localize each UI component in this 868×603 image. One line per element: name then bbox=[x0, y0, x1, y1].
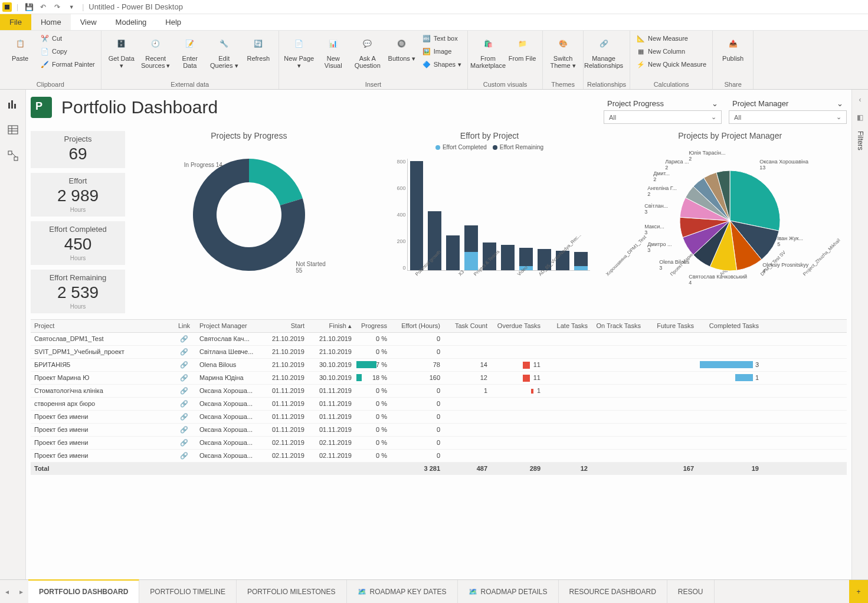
slicer-manager[interactable]: Project Manager⌄ All⌄ bbox=[729, 97, 847, 124]
link-icon[interactable]: 🔗 bbox=[180, 400, 188, 407]
tab-help[interactable]: Help bbox=[156, 14, 191, 30]
manage-relationships-button[interactable]: 🔗Manage Relationships bbox=[587, 32, 620, 71]
svg-rect-8 bbox=[14, 157, 18, 160]
switch-theme-button[interactable]: 🎨Switch Theme ▾ bbox=[546, 32, 579, 71]
add-page-button[interactable]: + bbox=[849, 580, 868, 603]
buttons-button[interactable]: 🔘Buttons ▾ bbox=[385, 32, 418, 64]
chevron-down-icon[interactable]: ⌄ bbox=[712, 99, 718, 108]
page-tab[interactable]: PORTFOLIO MILESTONES bbox=[237, 580, 347, 603]
main-layout: Portfolio Dashboard Project Progress⌄ Al… bbox=[0, 90, 868, 579]
roadmap-icon: 🗺️ bbox=[358, 588, 366, 596]
table-row[interactable]: Проект без имени🔗Оксана Хороша...01.11.2… bbox=[31, 424, 847, 437]
kpi-remaining[interactable]: Effort Remaining 2 539 Hours bbox=[31, 270, 125, 313]
get-data-button[interactable]: 🗄️Get Data ▾ bbox=[105, 32, 138, 71]
ribbon-group-insert: 📄New Page ▾ 📊New Visual 💬Ask A Question … bbox=[279, 31, 468, 89]
image-button[interactable]: 🖼️Image bbox=[420, 45, 464, 58]
chevron-down-icon[interactable]: ⌄ bbox=[836, 113, 841, 121]
chart-effort-by-project[interactable]: Effort by Project Effort Completed Effor… bbox=[373, 131, 607, 313]
table-row[interactable]: SVIT_DPM1_Учебный_проект🔗Світлана Шевче.… bbox=[31, 346, 847, 359]
table-row[interactable]: Стоматологічна клініка🔗Оксана Хороша...0… bbox=[31, 385, 847, 398]
report-canvas[interactable]: Portfolio Dashboard Project Progress⌄ Al… bbox=[26, 90, 851, 579]
publish-button[interactable]: 📤Publish bbox=[716, 32, 749, 64]
undo-icon[interactable]: ↶ bbox=[37, 1, 49, 13]
data-view-icon[interactable] bbox=[4, 120, 22, 139]
page-nav-prev[interactable]: ◂ bbox=[0, 580, 14, 603]
cut-button[interactable]: ✂️Cut bbox=[38, 32, 97, 45]
link-icon[interactable]: 🔗 bbox=[180, 452, 188, 459]
table-row[interactable]: Проект без имени🔗Оксана Хороша...01.11.2… bbox=[31, 411, 847, 424]
page-nav-next[interactable]: ▸ bbox=[14, 580, 28, 603]
link-icon[interactable]: 🔗 bbox=[180, 387, 188, 394]
svg-rect-2 bbox=[14, 104, 16, 109]
kpi-completed[interactable]: Effort Completed 450 Hours bbox=[31, 221, 125, 265]
page-tab[interactable]: 🗺️ROADMAP DETAILS bbox=[458, 580, 559, 603]
new-visual-button[interactable]: 📊New Visual bbox=[317, 32, 350, 71]
ask-question-button[interactable]: 💬Ask A Question bbox=[351, 32, 384, 71]
format-painter-button[interactable]: 🖌️Format Painter bbox=[38, 58, 97, 71]
report-view-icon[interactable] bbox=[4, 94, 22, 113]
paste-button[interactable]: 📋 Paste bbox=[4, 32, 37, 64]
new-page-button[interactable]: 📄New Page ▾ bbox=[283, 32, 316, 71]
tab-modeling[interactable]: Modeling bbox=[106, 14, 156, 30]
kpi-effort[interactable]: Effort 2 989 Hours bbox=[31, 173, 125, 217]
page-tab[interactable]: RESOU bbox=[667, 580, 715, 603]
model-view-icon[interactable] bbox=[4, 146, 22, 165]
from-file-icon: 📁 bbox=[513, 34, 532, 53]
tab-home[interactable]: Home bbox=[31, 14, 71, 30]
redo-icon[interactable]: ↷ bbox=[51, 1, 63, 13]
chart-projects-by-progress[interactable]: Projects by Progress In Progress 14Not S… bbox=[132, 131, 366, 313]
chevron-down-icon[interactable]: ⌄ bbox=[837, 99, 843, 108]
shapes-button[interactable]: 🔷Shapes ▾ bbox=[420, 58, 464, 71]
svg-rect-7 bbox=[8, 151, 12, 155]
group-label-clipboard: Clipboard bbox=[4, 80, 97, 89]
save-icon[interactable]: 💾 bbox=[23, 1, 35, 13]
page-tab[interactable]: PORTFOLIO DASHBOARD bbox=[28, 579, 139, 603]
tab-view[interactable]: View bbox=[71, 14, 106, 30]
copy-button[interactable]: 📄Copy bbox=[38, 45, 97, 58]
refresh-button[interactable]: 🔄Refresh bbox=[242, 32, 275, 64]
kpi-projects[interactable]: Projects 69 bbox=[31, 131, 125, 168]
text-box-button[interactable]: 🔤Text box bbox=[420, 32, 464, 45]
table-row[interactable]: створення арх бюро🔗Оксана Хороша...01.11… bbox=[31, 398, 847, 411]
titlebar-sep: | bbox=[17, 3, 18, 11]
new-quick-measure-button[interactable]: ⚡New Quick Measure bbox=[634, 58, 709, 71]
new-measure-button[interactable]: 📐New Measure bbox=[634, 32, 709, 45]
link-icon[interactable]: 🔗 bbox=[180, 439, 188, 446]
visualizations-icon[interactable]: ◧ bbox=[857, 113, 863, 122]
link-icon[interactable]: 🔗 bbox=[180, 348, 188, 355]
slicer-progress[interactable]: Project Progress⌄ All⌄ bbox=[604, 97, 722, 124]
tab-file[interactable]: File bbox=[0, 14, 31, 30]
new-column-button[interactable]: ▦New Column bbox=[634, 45, 709, 58]
edit-queries-icon: 🔧 bbox=[215, 34, 234, 53]
theme-icon: 🎨 bbox=[553, 34, 572, 53]
copy-icon: 📄 bbox=[40, 47, 50, 56]
link-icon[interactable]: 🔗 bbox=[180, 426, 188, 433]
publish-icon: 📤 bbox=[723, 34, 742, 53]
page-tab[interactable]: 🗺️ROADMAP KEY DATES bbox=[347, 580, 458, 603]
edit-queries-button[interactable]: 🔧Edit Queries ▾ bbox=[208, 32, 241, 71]
projects-table[interactable]: Project Link Project Manager Start Finis… bbox=[31, 319, 847, 475]
chevron-down-icon[interactable]: ⌄ bbox=[711, 113, 716, 121]
from-file-button[interactable]: 📁From File bbox=[506, 32, 539, 64]
link-icon[interactable]: 🔗 bbox=[180, 374, 188, 381]
qat-dropdown-icon[interactable]: ▼ bbox=[65, 1, 77, 13]
bar-legend: Effort Completed Effort Remaining bbox=[435, 144, 543, 150]
table-row[interactable]: Проект без имени🔗Оксана Хороша...02.11.2… bbox=[31, 437, 847, 450]
table-row[interactable]: Святослав_DPM1_Test🔗Святослав Кач...21.1… bbox=[31, 333, 847, 346]
svg-rect-0 bbox=[8, 103, 10, 109]
page-tab[interactable]: RESOURCE DASHBOARD bbox=[559, 580, 667, 603]
filters-panel-label[interactable]: Filters bbox=[856, 131, 864, 150]
enter-data-button[interactable]: 📝Enter Data bbox=[173, 32, 207, 71]
table-row[interactable]: БРИТАНІЯ5🔗Olena Bilous21.10.201930.10.20… bbox=[31, 359, 847, 372]
link-icon[interactable]: 🔗 bbox=[180, 335, 188, 342]
from-marketplace-button[interactable]: 🛍️From Marketplace bbox=[471, 32, 505, 71]
link-icon[interactable]: 🔗 bbox=[180, 361, 188, 368]
collapse-icon[interactable]: ‹ bbox=[859, 96, 862, 104]
page-tab[interactable]: PORTFOLIO TIMELINE bbox=[139, 580, 237, 603]
table-row[interactable]: Проект без имени🔗Оксана Хороша...02.11.2… bbox=[31, 450, 847, 463]
table-row[interactable]: Проект Марина Ю🔗Марина Юдіна21.10.201930… bbox=[31, 372, 847, 385]
recent-sources-button[interactable]: 🕘Recent Sources ▾ bbox=[139, 32, 172, 71]
chart-projects-by-pm[interactable]: Projects by Project Manager Оксана Хорош… bbox=[613, 131, 847, 313]
link-icon[interactable]: 🔗 bbox=[180, 413, 188, 420]
ribbon-group-relationships: 🔗Manage Relationships Relationships bbox=[584, 31, 630, 89]
